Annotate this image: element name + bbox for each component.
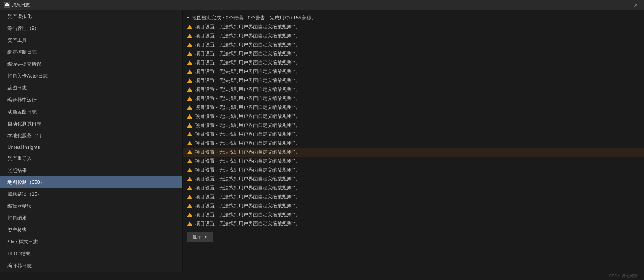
sidebar-item-17[interactable]: 打包结果 (0, 212, 182, 224)
sidebar-item-15[interactable]: 加载错误（15） (0, 188, 182, 200)
warn-triangle-icon (187, 204, 192, 208)
sidebar-item-7[interactable]: 编辑器中运行 (0, 94, 182, 106)
sidebar-item-12[interactable]: 资产重导入 (0, 152, 182, 164)
bottom-bar: CSDN @北城青 (0, 272, 644, 280)
warn-triangle-icon (187, 195, 192, 199)
log-entry-warn-19: 项目设置 - 无法找到用户界面自定义缩放规则""。 (183, 192, 644, 201)
warn-triangle-icon (187, 150, 192, 154)
log-entry-warn-5: 项目设置 - 无法找到用户界面自定义缩放规则""。 (183, 67, 644, 76)
show-button[interactable]: 显示▼ (187, 232, 213, 242)
log-entry-warn-13: 项目设置 - 无法找到用户界面自定义缩放规则""。 (183, 139, 644, 148)
show-button-area: 显示▼ (183, 228, 644, 246)
warn-triangle-icon (187, 78, 192, 83)
sidebar-item-0[interactable]: 资产虚拟化 (0, 10, 182, 22)
log-entry-warn-20: 项目设置 - 无法找到用户界面自定义缩放规则""。 (183, 201, 644, 210)
log-entry-warn-10: 项目设置 - 无法找到用户界面自定义缩放规则""。 (183, 112, 644, 121)
warn-triangle-icon (187, 177, 192, 181)
log-entry-warn-4: 项目设置 - 无法找到用户界面自定义缩放规则""。 (183, 58, 644, 67)
log-entry-warn-2: 项目设置 - 无法找到用户界面自定义缩放规则""。 (183, 40, 644, 49)
sidebar-item-10[interactable]: 本地化服务（1） (0, 130, 182, 142)
title-bar-title: 消息日志 (12, 2, 631, 8)
sidebar-item-16[interactable]: 编辑器错误 (0, 200, 182, 212)
log-entry-warn-0: 项目设置 - 无法找到用户界面自定义缩放规则""。 (183, 22, 644, 31)
sidebar-item-8[interactable]: 动画蓝图日志 (0, 106, 182, 118)
sidebar-item-21[interactable]: 编译器日志 (0, 260, 182, 272)
warn-triangle-icon (187, 168, 192, 172)
warn-triangle-icon (187, 132, 192, 136)
warn-triangle-icon (187, 213, 192, 217)
sidebar-item-1[interactable]: 源码管理（9） (0, 22, 182, 34)
warn-triangle-icon (187, 96, 192, 101)
chevron-down-icon: ▼ (204, 235, 208, 239)
sidebar-item-2[interactable]: 资产工具 (0, 34, 182, 46)
sidebar-item-14[interactable]: 地图检测（658） (0, 176, 182, 188)
close-button[interactable]: ✕ (631, 1, 640, 9)
warn-triangle-icon (187, 87, 192, 92)
log-entry-warn-11: 项目设置 - 无法找到用户界面自定义缩放规则""。 (183, 121, 644, 130)
title-bar: 💬 消息日志 ✕ (0, 0, 644, 10)
sidebar-item-6[interactable]: 蓝图日志 (0, 82, 182, 94)
warn-triangle-icon (187, 51, 192, 56)
log-entry-warn-14: 项目设置 - 无法找到用户界面自定义缩放规则""。 (183, 148, 644, 157)
log-entry-warn-7: 项目设置 - 无法找到用户界面自定义缩放规则""。 (183, 85, 644, 94)
log-entry-warn-8: 项目设置 - 无法找到用户界面自定义缩放规则""。 (183, 94, 644, 103)
warn-triangle-icon (187, 43, 192, 47)
sidebar-item-18[interactable]: 资产检查 (0, 224, 182, 236)
log-entry-warn-1: 项目设置 - 无法找到用户界面自定义缩放规则""。 (183, 31, 644, 40)
sidebar-item-11[interactable]: Unreal Insights (0, 142, 182, 152)
sidebar-item-9[interactable]: 自动化测试日志 (0, 118, 182, 130)
log-entry-success: 地图检测完成：0个错误、0个警告、完成用时0.155毫秒。 (183, 13, 644, 22)
sidebar-item-20[interactable]: HLOD结果 (0, 248, 182, 260)
warn-triangle-icon (187, 114, 192, 119)
log-entry-warn-21: 项目设置 - 无法找到用户界面自定义缩放规则""。 (183, 210, 644, 219)
log-entry-warn-9: 项目设置 - 无法找到用户界面自定义缩放规则""。 (183, 103, 644, 112)
log-entry-warn-17: 项目设置 - 无法找到用户界面自定义缩放规则""。 (183, 174, 644, 183)
warn-triangle-icon (187, 123, 192, 128)
warn-triangle-icon (187, 25, 192, 29)
content-area: 地图检测完成：0个错误、0个警告、完成用时0.155毫秒。项目设置 - 无法找到… (183, 10, 644, 272)
log-entry-warn-6: 项目设置 - 无法找到用户界面自定义缩放规则""。 (183, 76, 644, 85)
warn-triangle-icon (187, 159, 192, 163)
warn-triangle-icon (187, 34, 192, 38)
log-entry-warn-22: 项目设置 - 无法找到用户界面自定义缩放规则""。 (183, 219, 644, 228)
sidebar-item-13[interactable]: 光照结果 (0, 164, 182, 176)
log-entry-warn-12: 项目设置 - 无法找到用户界面自定义缩放规则""。 (183, 130, 644, 139)
sidebar-item-19[interactable]: Slate样式日志 (0, 236, 182, 248)
warn-triangle-icon (187, 69, 192, 74)
log-entry-warn-15: 项目设置 - 无法找到用户界面自定义缩放规则""。 (183, 157, 644, 166)
log-entry-warn-3: 项目设置 - 无法找到用户界面自定义缩放规则""。 (183, 49, 644, 58)
sidebar-item-3[interactable]: 绑定控制日志 (0, 46, 182, 58)
sidebar: 资产虚拟化源码管理（9）资产工具绑定控制日志编译并提交错误打包关卡Actor日志… (0, 10, 183, 272)
warn-triangle-icon (187, 141, 192, 145)
show-label: 显示 (193, 234, 202, 240)
warn-triangle-icon (187, 105, 192, 110)
log-entry-warn-16: 项目设置 - 无法找到用户界面自定义缩放规则""。 (183, 166, 644, 174)
sidebar-item-4[interactable]: 编译并提交错误 (0, 58, 182, 70)
main-container: 资产虚拟化源码管理（9）资产工具绑定控制日志编译并提交错误打包关卡Actor日志… (0, 10, 644, 272)
log-entry-warn-18: 项目设置 - 无法找到用户界面自定义缩放规则""。 (183, 183, 644, 192)
title-bar-icon: 💬 (4, 2, 10, 8)
warn-triangle-icon (187, 221, 192, 226)
credit-text: CSDN @北城青 (609, 273, 638, 279)
warn-triangle-icon (187, 60, 192, 65)
sidebar-item-5[interactable]: 打包关卡Actor日志 (0, 70, 182, 82)
warn-triangle-icon (187, 186, 192, 190)
